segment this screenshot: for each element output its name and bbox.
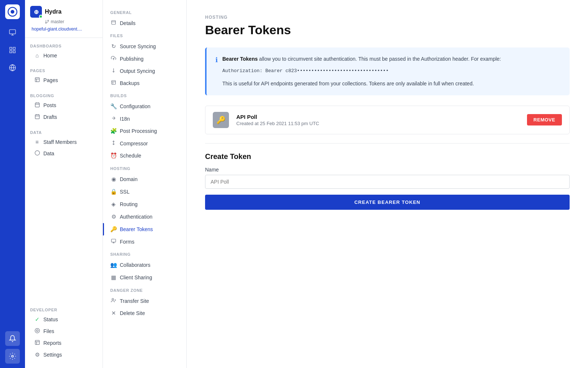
- sidebar-item-staff-members[interactable]: ≡ Staff Members: [30, 136, 97, 148]
- output-syncing-icon: [110, 68, 117, 74]
- svg-rect-32: [112, 21, 116, 25]
- nav-item-label-compressor: Compressor: [120, 141, 148, 146]
- svg-rect-7: [10, 51, 12, 53]
- main-content: HOSTING Bearer Tokens ℹ Bearer Tokens al…: [187, 0, 588, 368]
- nav-icon-settings[interactable]: [5, 349, 20, 364]
- sidebar-item-data[interactable]: Data: [30, 148, 97, 159]
- site-icon: ⊕: [30, 6, 42, 18]
- nav-item-authentication[interactable]: ⚙ Authentication: [103, 210, 186, 223]
- nav-section-danger: DANGER ZONE: [103, 284, 186, 295]
- site-name-header: ⊕ Hydra: [30, 6, 97, 18]
- sidebar-item-label-drafts: Drafts: [43, 114, 57, 120]
- section-label-developer: DEVELOPER: [30, 308, 97, 312]
- svg-point-14: [46, 22, 47, 24]
- svg-rect-2: [10, 30, 16, 34]
- icon-bar: [0, 0, 25, 368]
- sidebar-item-drafts[interactable]: Drafts: [30, 111, 97, 123]
- authentication-icon: ⚙: [110, 213, 117, 220]
- nav-section-builds: BUILDS: [103, 89, 186, 100]
- svg-rect-18: [35, 103, 39, 107]
- transfer-icon: [110, 298, 117, 304]
- create-token-heading: Create Token: [205, 152, 570, 161]
- nav-section-general: GENERAL: [103, 6, 186, 17]
- info-box: ℹ Bearer Tokens allow you to circumvent …: [205, 47, 570, 95]
- nav-item-schedule[interactable]: ⏰ Schedule: [103, 149, 186, 162]
- token-info: API Poll Created at 25 Feb 2021 11:53 pm…: [236, 114, 520, 126]
- nav-item-domain[interactable]: ◉ Domain: [103, 173, 186, 185]
- svg-point-1: [11, 10, 14, 14]
- nav-item-post-processing[interactable]: 🧩 Post Processing: [103, 125, 186, 137]
- nav-item-client-sharing[interactable]: ▦ Client Sharing: [103, 271, 186, 284]
- nav-icon-globe[interactable]: [5, 60, 20, 75]
- token-name: API Poll: [236, 114, 520, 120]
- section-divider: [205, 143, 570, 144]
- nav-item-label-post-processing: Post Processing: [120, 128, 157, 134]
- site-url[interactable]: hopeful-giant.cloudvent....: [30, 26, 97, 32]
- sidebar-item-pages[interactable]: Pages: [30, 74, 97, 86]
- nav-item-label-configuration: Configuration: [120, 103, 150, 109]
- sidebar-section-pages: PAGES Pages: [25, 63, 103, 88]
- svg-point-28: [36, 330, 38, 332]
- sidebar-item-label-posts: Posts: [43, 102, 56, 108]
- sidebar-item-label-data: Data: [43, 151, 54, 156]
- data-icon: [34, 150, 40, 157]
- forms-icon: [110, 238, 117, 245]
- nav-item-compressor[interactable]: Compressor: [103, 137, 186, 149]
- sidebar-item-home[interactable]: ⌂ Home: [30, 50, 97, 61]
- section-label-blogging: BLOGGING: [30, 93, 97, 98]
- nav-item-routing[interactable]: ◈ Routing: [103, 198, 186, 210]
- nav-item-output-syncing[interactable]: Output Syncing: [103, 65, 186, 77]
- nav-item-details[interactable]: Details: [103, 17, 186, 29]
- svg-rect-29: [35, 340, 39, 344]
- sidebar-item-files[interactable]: Files: [30, 325, 97, 337]
- nav-item-forms[interactable]: Forms: [103, 236, 186, 248]
- remove-token-button[interactable]: REMOVE: [527, 114, 562, 125]
- sidebar-item-posts[interactable]: Posts: [30, 99, 97, 111]
- compressor-icon: [110, 140, 117, 146]
- info-bold-text: Bearer Tokens: [222, 56, 258, 62]
- details-icon: [110, 20, 117, 26]
- create-bearer-token-button[interactable]: CREATE BEARER TOKEN: [205, 195, 570, 210]
- nav-item-label-source-syncing: Source Syncing: [120, 43, 156, 49]
- svg-point-27: [35, 328, 40, 333]
- nav-item-source-syncing[interactable]: ↻ Source Syncing: [103, 40, 186, 53]
- nav-item-label-transfer: Transfer Site: [120, 298, 149, 304]
- token-card: 🔑 API Poll Created at 25 Feb 2021 11:53 …: [205, 106, 570, 134]
- nav-item-bearer-tokens[interactable]: 🔑 Bearer Tokens: [103, 223, 186, 236]
- nav-item-i18n[interactable]: I18n: [103, 113, 186, 125]
- sidebar-item-status[interactable]: ✓ Status: [30, 314, 97, 325]
- nav-item-configuration[interactable]: 🔧 Configuration: [103, 100, 186, 113]
- sidebar-site-section: ⊕ Hydra master hopeful-giant.cloudvent..…: [25, 0, 103, 38]
- sidebar-item-settings[interactable]: ⚙ Settings: [30, 349, 97, 361]
- info-note: This is useful for API endpoints generat…: [222, 81, 474, 86]
- app-logo[interactable]: [5, 4, 20, 19]
- token-created-date: Created at 25 Feb 2021 11:53 pm UTC: [236, 121, 520, 126]
- status-dot: [39, 15, 43, 18]
- sidebar-item-reports[interactable]: Reports: [30, 337, 97, 349]
- nav-icon-monitor[interactable]: [5, 25, 20, 40]
- files-icon: [34, 328, 40, 335]
- info-code-example: Authorization: Bearer c823••••••••••••••…: [222, 67, 501, 75]
- svg-rect-6: [13, 47, 15, 50]
- nav-item-label-collaborators: Collaborators: [120, 262, 150, 268]
- svg-rect-5: [10, 47, 12, 50]
- settings-icon: ⚙: [34, 351, 40, 358]
- name-field-label: Name: [205, 167, 570, 173]
- nav-icon-bell[interactable]: [5, 331, 20, 346]
- nav-item-transfer-site[interactable]: Transfer Site: [103, 295, 186, 307]
- nav-icon-grid[interactable]: [5, 43, 20, 57]
- svg-point-44: [112, 298, 114, 300]
- info-circle-icon: ℹ: [215, 55, 218, 66]
- routing-icon: ◈: [110, 201, 117, 208]
- nav-item-collaborators[interactable]: 👥 Collaborators: [103, 259, 186, 271]
- nav-item-backups[interactable]: Backups: [103, 77, 186, 89]
- sidebar-item-label-status: Status: [43, 316, 58, 322]
- nav-item-delete-site[interactable]: ✕ Delete Site: [103, 307, 186, 319]
- publishing-icon: [110, 56, 117, 62]
- token-name-input[interactable]: [205, 175, 570, 189]
- nav-item-ssl[interactable]: 🔒 SSL: [103, 185, 186, 198]
- staff-icon: ≡: [34, 139, 40, 145]
- domain-icon: ◉: [110, 176, 117, 183]
- i18n-icon: [110, 116, 117, 122]
- nav-item-publishing[interactable]: Publishing: [103, 53, 186, 65]
